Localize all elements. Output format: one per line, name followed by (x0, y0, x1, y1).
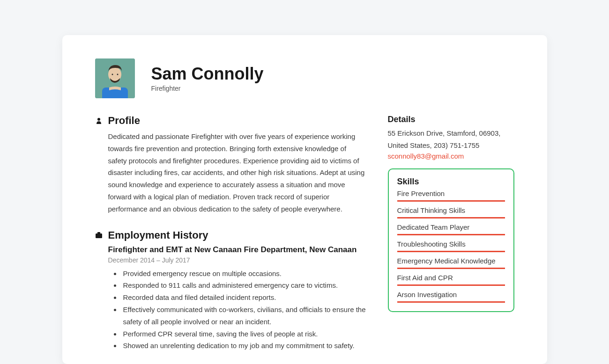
skill-name: Emergency Medical Knowledge (397, 257, 505, 265)
skill-bar (397, 268, 505, 269)
skill-item: Troubleshooting Skills (397, 240, 505, 252)
skill-item: First Aid and CPR (397, 274, 505, 286)
skill-name: Fire Prevention (397, 189, 505, 197)
profile-section: Profile Dedicated and passionate Firefig… (95, 115, 367, 215)
svg-point-2 (111, 74, 113, 75)
skills-box: Skills Fire PreventionCritical Thinking … (388, 168, 514, 312)
briefcase-icon (95, 232, 103, 238)
header-row: Sam Connolly Firefighter (95, 58, 514, 98)
bullet-list: Provided emergency rescue on multiple oc… (121, 268, 367, 352)
skill-item: Critical Thinking Skills (397, 206, 505, 218)
job-title: Firefighter and EMT at New Canaan Fire D… (108, 245, 367, 255)
bullet-item: Showed an unrelenting dedication to my j… (121, 340, 367, 352)
left-column: Profile Dedicated and passionate Firefig… (95, 115, 367, 364)
bullet-item: Responded to 911 calls and administered … (121, 279, 367, 291)
date-sep: – (155, 256, 162, 264)
details-heading: Details (388, 115, 514, 124)
bullet-item: Performed CPR several time, saving the l… (121, 328, 367, 340)
skill-item: Fire Prevention (397, 189, 505, 202)
skill-name: First Aid and CPR (397, 274, 505, 282)
employment-heading-row: Employment History (95, 229, 367, 241)
skill-item: Dedicated Team Player (397, 223, 505, 235)
svg-point-5 (97, 118, 100, 121)
profile-heading-row: Profile (95, 115, 367, 127)
skill-name: Critical Thinking Skills (397, 206, 505, 214)
person-name: Sam Connolly (151, 65, 264, 83)
bullet-item: Effectively communicated with co-workers… (121, 304, 367, 328)
date-end: July 2017 (162, 256, 190, 264)
skills-list: Fire PreventionCritical Thinking SkillsD… (397, 189, 505, 303)
job-dates: December 2014 – July 2017 (108, 256, 367, 264)
skill-name: Troubleshooting Skills (397, 240, 505, 248)
bullet-item: Provided emergency rescue on multiple oc… (121, 268, 367, 280)
header-text: Sam Connolly Firefighter (151, 65, 264, 93)
skill-name: Arson Investigation (397, 291, 505, 298)
skill-item: Emergency Medical Knowledge (397, 257, 505, 269)
bullet-item: Recorded data and filed detailed inciden… (121, 291, 367, 304)
employment-section: Employment History Firefighter and EMT a… (95, 229, 367, 352)
profile-heading: Profile (108, 115, 140, 127)
skill-item: Arson Investigation (397, 291, 505, 303)
skill-bar (397, 251, 505, 252)
skill-bar (397, 284, 505, 286)
skill-bar (397, 200, 505, 202)
address-text: 55 Erickson Drive, Stamford, 06903, Unit… (388, 127, 514, 151)
profile-text: Dedicated and passionate Firefighter wit… (108, 131, 367, 215)
date-start: December 2014 (108, 256, 155, 264)
skill-bar (397, 217, 505, 218)
skill-bar (397, 234, 505, 235)
resume-document: Sam Connolly Firefighter Profile Dedicat… (62, 35, 547, 364)
skills-heading: Skills (397, 177, 505, 187)
email-link[interactable]: sconnolly83@gmail.com (388, 152, 514, 160)
person-icon (95, 117, 103, 124)
skill-name: Dedicated Team Player (397, 223, 505, 231)
details-section: Details 55 Erickson Drive, Stamford, 069… (388, 115, 514, 160)
person-title: Firefighter (151, 85, 264, 92)
svg-rect-6 (96, 233, 102, 238)
columns: Profile Dedicated and passionate Firefig… (95, 115, 514, 364)
svg-point-3 (117, 74, 118, 75)
avatar (95, 58, 135, 98)
right-column: Details 55 Erickson Drive, Stamford, 069… (388, 115, 514, 364)
svg-rect-7 (97, 232, 100, 234)
employment-heading: Employment History (108, 229, 208, 241)
skill-bar (397, 301, 505, 303)
